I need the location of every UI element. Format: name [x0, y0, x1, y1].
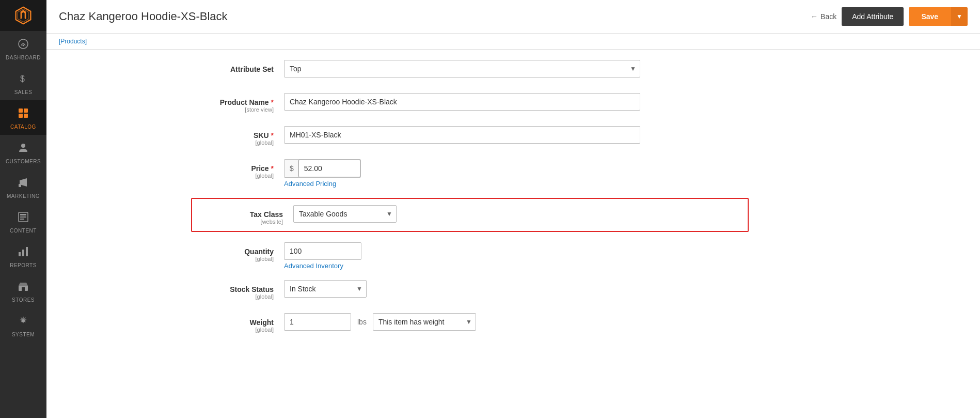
price-scope: [global]: [191, 173, 274, 179]
product-form: Attribute Set Top Default Bottom ▼: [46, 50, 769, 357]
sidebar-item-label: SYSTEM: [12, 332, 35, 337]
breadcrumb-link[interactable]: [Products]: [59, 38, 87, 45]
dashboard-icon: [18, 38, 29, 53]
back-arrow-icon: ←: [811, 12, 818, 21]
svg-rect-13: [19, 252, 21, 256]
tax-class-select-wrapper: None Taxable Goods ▼: [293, 205, 397, 223]
svg-rect-8: [19, 184, 21, 187]
content-icon: [18, 211, 29, 226]
svg-point-7: [21, 144, 25, 148]
sales-icon: $: [18, 73, 29, 87]
sidebar-item-reports[interactable]: REPORTS: [0, 239, 46, 273]
weight-type-select[interactable]: This item has weight This item has no we…: [373, 313, 476, 331]
attribute-set-label: Attribute Set: [230, 65, 274, 73]
sidebar-item-dashboard[interactable]: DASHBOARD: [0, 31, 46, 66]
weight-label-group: Weight [global]: [191, 313, 284, 333]
stock-status-label-group: Stock Status [global]: [191, 280, 284, 300]
quantity-input[interactable]: [284, 242, 361, 260]
save-button[interactable]: Save: [909, 7, 951, 26]
price-label: Price: [251, 164, 274, 173]
tax-class-control: None Taxable Goods ▼: [293, 205, 739, 223]
quantity-row: Quantity [global] Advanced Inventory: [191, 242, 749, 270]
content-area: [Products] Attribute Set Top Default Bot…: [46, 34, 980, 418]
customers-icon: [18, 142, 29, 157]
attribute-set-select-wrapper: Top Default Bottom ▼: [284, 60, 640, 78]
price-row: Price [global] $ Advanced Pricing: [191, 159, 749, 188]
advanced-pricing-link[interactable]: Advanced Pricing: [284, 180, 336, 188]
svg-rect-5: [19, 114, 23, 118]
stock-status-scope: [global]: [191, 293, 274, 300]
svg-rect-15: [26, 247, 28, 256]
sidebar-item-label: CONTENT: [10, 228, 37, 234]
tax-class-scope: [website]: [200, 219, 283, 225]
price-input-wrapper: $: [284, 159, 361, 178]
svg-rect-6: [24, 114, 28, 118]
weight-input-row: lbs This item has weight This item has n…: [284, 313, 749, 331]
sidebar-item-content[interactable]: CONTENT: [0, 204, 46, 239]
sku-label-group: SKU [global]: [191, 126, 284, 146]
sidebar-item-sales[interactable]: $ SALES: [0, 66, 46, 100]
back-label: Back: [820, 12, 836, 21]
sidebar: DASHBOARD $ SALES CATALOG CUSTOME: [0, 0, 46, 418]
save-dropdown-button[interactable]: ▼: [951, 7, 968, 26]
system-icon: [18, 315, 29, 330]
sku-label: SKU: [254, 131, 274, 140]
advanced-inventory-link[interactable]: Advanced Inventory: [284, 262, 343, 270]
svg-rect-4: [24, 109, 28, 113]
sidebar-item-marketing[interactable]: MARKETING: [0, 169, 46, 204]
top-header: Chaz Kangeroo Hoodie-XS-Black ← Back Add…: [46, 0, 980, 34]
quantity-control: Advanced Inventory: [284, 242, 749, 270]
quantity-label-group: Quantity [global]: [191, 242, 284, 262]
stock-status-row: Stock Status [global] In Stock Out of St…: [191, 280, 749, 303]
logo[interactable]: [0, 0, 46, 31]
svg-rect-11: [20, 216, 26, 218]
sku-row: SKU [global]: [191, 126, 749, 149]
back-link[interactable]: ← Back: [811, 12, 836, 21]
add-attribute-button[interactable]: Add Attribute: [842, 7, 904, 26]
product-name-scope: [store view]: [191, 106, 274, 113]
sidebar-item-label: CUSTOMERS: [6, 159, 41, 164]
weight-scope: [global]: [191, 327, 274, 333]
stock-status-control: In Stock Out of Stock ▼: [284, 280, 749, 298]
svg-rect-3: [19, 109, 23, 113]
sidebar-item-label: DASHBOARD: [6, 55, 41, 60]
sidebar-item-label: STORES: [12, 297, 35, 303]
stock-status-label: Stock Status: [230, 285, 274, 293]
main-content: Chaz Kangeroo Hoodie-XS-Black ← Back Add…: [46, 0, 980, 418]
sku-input[interactable]: [284, 126, 640, 144]
svg-point-1: [23, 45, 24, 47]
svg-rect-17: [22, 287, 25, 291]
weight-input[interactable]: [284, 313, 351, 331]
attribute-set-select[interactable]: Top Default Bottom: [284, 60, 640, 78]
sidebar-item-stores[interactable]: STORES: [0, 273, 46, 308]
price-label-group: Price [global]: [191, 159, 284, 179]
product-name-input[interactable]: [284, 93, 640, 111]
sidebar-item-label: SALES: [14, 89, 33, 95]
product-name-label-group: Product Name [store view]: [191, 93, 284, 113]
stock-status-select-wrapper: In Stock Out of Stock ▼: [284, 280, 367, 298]
svg-text:$: $: [20, 74, 25, 83]
catalog-icon: [18, 107, 29, 122]
price-input[interactable]: [298, 160, 360, 177]
save-button-group: Save ▼: [909, 7, 968, 26]
tax-class-label: Tax Class: [250, 210, 283, 219]
stores-icon: [18, 281, 29, 295]
currency-symbol: $: [284, 160, 298, 177]
header-actions: ← Back Add Attribute Save ▼: [811, 7, 968, 26]
weight-unit-label: lbs: [355, 314, 369, 330]
quantity-label: Quantity: [244, 247, 274, 256]
weight-control: lbs This item has weight This item has n…: [284, 313, 749, 331]
product-name-control: [284, 93, 749, 111]
stock-status-select[interactable]: In Stock Out of Stock: [284, 280, 367, 298]
svg-rect-12: [20, 219, 24, 220]
sidebar-item-label: REPORTS: [10, 262, 37, 268]
tax-class-row: Tax Class [website] None Taxable Goods ▼: [191, 198, 749, 232]
sidebar-item-system[interactable]: SYSTEM: [0, 308, 46, 343]
sidebar-item-label: MARKETING: [7, 193, 40, 199]
sku-control: [284, 126, 749, 144]
svg-rect-10: [20, 214, 26, 215]
sidebar-item-catalog[interactable]: CATALOG: [0, 100, 46, 135]
sidebar-item-customers[interactable]: CUSTOMERS: [0, 135, 46, 169]
product-name-row: Product Name [store view]: [191, 93, 749, 116]
tax-class-select[interactable]: None Taxable Goods: [293, 205, 397, 223]
